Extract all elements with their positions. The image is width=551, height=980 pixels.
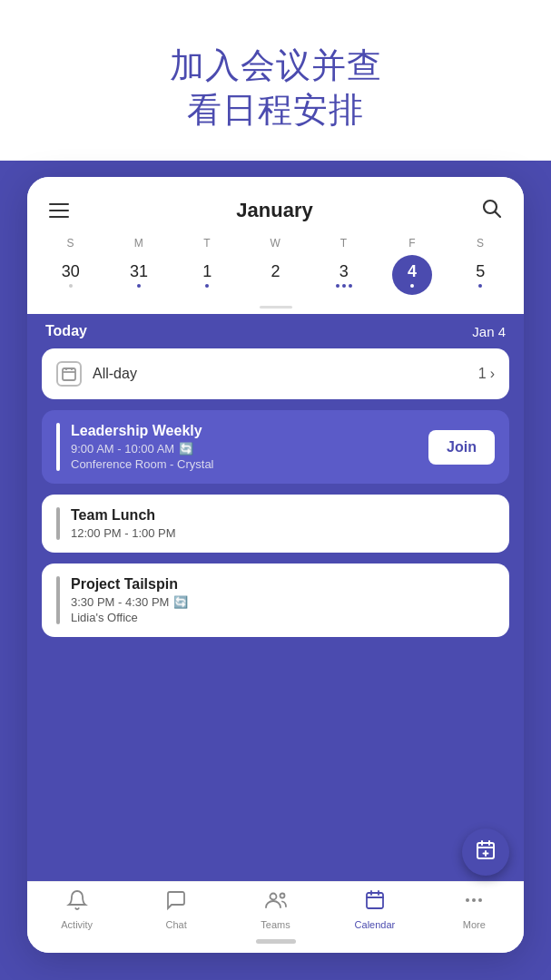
event-project-tailspin[interactable]: Project Tailspin 3:30 PM - 4:30 PM 🔄 Lid…: [42, 564, 509, 637]
activity-icon: [66, 889, 88, 916]
event-time-leadership: 9:00 AM - 10:00 AM 🔄: [71, 442, 418, 456]
more-icon: [463, 889, 485, 916]
nav-label-calendar: Calendar: [355, 919, 396, 930]
date-2[interactable]: 2: [255, 255, 295, 295]
nav-label-teams: Teams: [261, 919, 290, 930]
date-31[interactable]: 31: [119, 255, 159, 295]
event-title-tailspin: Project Tailspin: [71, 576, 495, 593]
day-label-w: W: [255, 237, 295, 250]
nav-chat[interactable]: Chat: [126, 889, 225, 930]
day-label-m: M: [119, 237, 159, 250]
event-info-leadership: Leadership Weekly 9:00 AM - 10:00 AM 🔄 C…: [71, 423, 418, 471]
event-bar: [56, 423, 60, 471]
allday-label: All-day: [93, 366, 467, 382]
today-label: Today: [45, 323, 87, 339]
top-section: 加入会议并查 看日程安排: [0, 0, 551, 161]
svg-point-18: [466, 898, 469, 902]
day-label-s2: S: [460, 237, 500, 250]
allday-count: 1: [478, 366, 487, 382]
today-date-value: Jan 4: [472, 324, 506, 339]
event-leadership[interactable]: Leadership Weekly 9:00 AM - 10:00 AM 🔄 C…: [42, 410, 509, 484]
week-dates: 30 31 1 2 3 4 5: [27, 250, 524, 302]
svg-line-1: [495, 212, 500, 218]
event-title-leadership: Leadership Weekly: [71, 423, 418, 439]
home-indicator: [27, 934, 524, 953]
app-container: January S M T W T F S 30 31 1: [27, 177, 524, 953]
headline-line1: 加入会议并查: [18, 44, 533, 88]
chat-icon: [165, 889, 187, 916]
home-bar: [256, 939, 296, 944]
day-label-t2: T: [324, 237, 364, 250]
calendar-add-icon: [475, 839, 497, 866]
allday-icon: [56, 361, 82, 387]
allday-count-area: 1 ›: [478, 366, 495, 382]
headline-line2: 看日程安排: [18, 88, 533, 132]
month-title: January: [236, 199, 312, 222]
allday-card[interactable]: All-day 1 ›: [42, 348, 509, 399]
nav-label-activity: Activity: [61, 919, 93, 930]
event-bar-lunch: [56, 507, 60, 540]
menu-button[interactable]: [49, 203, 69, 218]
join-button[interactable]: Join: [428, 430, 495, 465]
recurring-icon-tailspin: 🔄: [173, 595, 188, 609]
add-event-fab[interactable]: [462, 828, 509, 876]
recurring-icon: 🔄: [179, 442, 193, 456]
week-days-header: S M T W T F S: [27, 233, 524, 250]
bottom-nav: Activity Chat Teams: [27, 881, 524, 934]
date-30[interactable]: 30: [51, 255, 91, 295]
svg-point-19: [472, 898, 476, 902]
content-area: Today Jan 4 All-day 1 › Lead: [27, 314, 524, 881]
svg-rect-14: [367, 893, 383, 908]
date-3[interactable]: 3: [324, 255, 364, 295]
event-bar-tailspin: [56, 576, 60, 624]
today-row: Today Jan 4: [42, 314, 509, 348]
scroll-indicator: [27, 302, 524, 314]
svg-rect-2: [63, 368, 75, 380]
svg-point-12: [270, 894, 276, 900]
event-title-lunch: Team Lunch: [71, 507, 495, 524]
date-4-today[interactable]: 4: [392, 255, 432, 295]
teams-icon: [264, 889, 288, 916]
day-label-f: F: [392, 237, 432, 250]
search-button[interactable]: [480, 197, 502, 224]
svg-point-20: [478, 898, 482, 902]
nav-calendar[interactable]: Calendar: [325, 889, 424, 930]
date-1[interactable]: 1: [187, 255, 227, 295]
nav-label-chat: Chat: [165, 919, 186, 930]
day-label-s1: S: [51, 237, 91, 250]
svg-point-13: [280, 894, 284, 898]
nav-label-more: More: [463, 919, 486, 930]
nav-teams[interactable]: Teams: [226, 889, 325, 930]
calendar-icon: [364, 889, 386, 916]
nav-activity[interactable]: Activity: [27, 889, 126, 930]
nav-more[interactable]: More: [425, 889, 524, 930]
event-location-leadership: Conference Room - Crystal: [71, 457, 418, 471]
event-info-tailspin: Project Tailspin 3:30 PM - 4:30 PM 🔄 Lid…: [71, 576, 495, 624]
day-label-t1: T: [187, 237, 227, 250]
allday-chevron-icon: ›: [490, 366, 495, 382]
event-time-tailspin: 3:30 PM - 4:30 PM 🔄: [71, 595, 495, 609]
date-5[interactable]: 5: [460, 255, 500, 295]
headline: 加入会议并查 看日程安排: [18, 44, 533, 133]
event-info-lunch: Team Lunch 12:00 PM - 1:00 PM: [71, 507, 495, 540]
event-time-lunch: 12:00 PM - 1:00 PM: [71, 526, 495, 540]
event-location-tailspin: Lidia's Office: [71, 611, 495, 624]
calendar-header: January: [27, 177, 524, 233]
event-team-lunch[interactable]: Team Lunch 12:00 PM - 1:00 PM: [42, 495, 509, 553]
